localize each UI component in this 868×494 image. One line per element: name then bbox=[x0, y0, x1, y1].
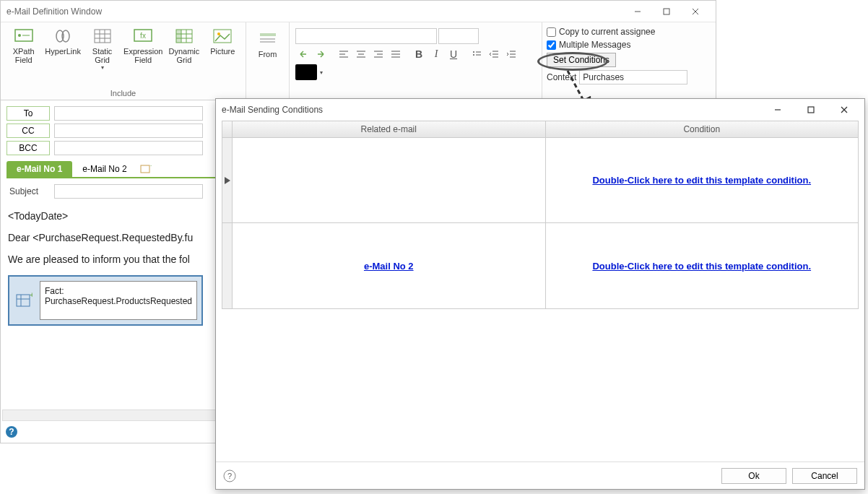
svg-text:?: ? bbox=[9, 427, 14, 437]
modal-maximize-button[interactable] bbox=[797, 100, 825, 120]
bcc-input[interactable] bbox=[54, 141, 203, 155]
sending-conditions-dialog: e-Mail Sending Conditions Related e-mail… bbox=[215, 98, 865, 490]
grid-header: Related e-mail Condition bbox=[222, 121, 859, 138]
tab-email-1[interactable]: e-Mail No 1 bbox=[6, 161, 72, 177]
window-title: e-Mail Definition Window bbox=[6, 6, 623, 17]
from-button[interactable]: From bbox=[251, 28, 285, 60]
dynamic-grid-button[interactable]: Dynamic Grid bbox=[165, 25, 202, 86]
align-right-button[interactable] bbox=[370, 46, 386, 62]
cell-related-1[interactable] bbox=[233, 138, 546, 222]
redo-button[interactable] bbox=[313, 46, 329, 62]
outdent-button[interactable] bbox=[486, 46, 502, 62]
modal-close-button[interactable] bbox=[830, 100, 859, 120]
expression-label: Expression Field bbox=[123, 47, 162, 64]
help-icon[interactable]: ? bbox=[5, 425, 18, 438]
expression-field-button[interactable]: fx Expression Field bbox=[122, 25, 164, 86]
static-grid-label: Static Grid bbox=[85, 47, 119, 64]
subject-label: Subject bbox=[6, 186, 50, 196]
context-select[interactable]: Purchases bbox=[579, 70, 687, 84]
align-justify-button[interactable] bbox=[388, 46, 404, 62]
modal-minimize-button[interactable] bbox=[763, 100, 792, 120]
cc-button[interactable]: CC bbox=[6, 124, 50, 138]
ribbon-group-options: Copy to current assignee Multiple Messag… bbox=[542, 22, 716, 100]
font-size-select[interactable] bbox=[438, 28, 479, 44]
static-grid-button[interactable]: Static Grid ▾ bbox=[84, 25, 121, 86]
bcc-button[interactable]: BCC bbox=[6, 141, 50, 155]
from-icon bbox=[256, 30, 279, 48]
modal-footer: ? Ok Cancel bbox=[216, 462, 864, 489]
svg-point-5 bbox=[18, 34, 21, 37]
undo-button[interactable] bbox=[295, 46, 311, 62]
grid-row-2[interactable]: e-Mail No 2 Double-Click here to edit th… bbox=[222, 223, 858, 308]
svg-point-41 bbox=[473, 54, 474, 56]
italic-button[interactable]: I bbox=[428, 46, 444, 62]
xpath-field-button[interactable]: XPath Field bbox=[5, 25, 42, 86]
hyperlink-button[interactable]: HyperLink bbox=[43, 25, 82, 86]
hyperlink-icon bbox=[51, 27, 74, 46]
fact-box[interactable]: + Fact: PurchaseRequest.ProductsRequeste… bbox=[8, 275, 203, 326]
picture-button[interactable]: Picture bbox=[204, 25, 241, 86]
svg-text:+: + bbox=[30, 292, 32, 299]
ok-button[interactable]: Ok bbox=[721, 468, 786, 484]
svg-point-39 bbox=[473, 51, 474, 53]
fact-icon: + bbox=[14, 281, 34, 320]
cc-input[interactable] bbox=[54, 124, 203, 138]
grid-icon bbox=[91, 27, 114, 46]
modal-titlebar: e-Mail Sending Conditions bbox=[216, 99, 864, 121]
header-condition[interactable]: Condition bbox=[546, 121, 859, 137]
copy-assignee-checkbox[interactable] bbox=[547, 27, 556, 37]
dynamic-grid-icon bbox=[173, 27, 196, 46]
cell-condition-1[interactable]: Double-Click here to edit this template … bbox=[546, 138, 859, 222]
ribbon-group-format: B I U ▾ bbox=[290, 22, 542, 100]
subject-input[interactable] bbox=[54, 184, 203, 199]
condition-link-2[interactable]: Double-Click here to edit this template … bbox=[592, 261, 811, 272]
ribbon-group-from: From bbox=[246, 22, 290, 100]
svg-text:fx: fx bbox=[140, 32, 146, 40]
indent-button[interactable] bbox=[503, 46, 519, 62]
minimize-button[interactable] bbox=[623, 1, 652, 22]
bold-button[interactable]: B bbox=[411, 46, 427, 62]
hyperlink-label: HyperLink bbox=[45, 47, 81, 56]
to-input[interactable] bbox=[54, 106, 203, 121]
svg-rect-9 bbox=[95, 30, 110, 43]
include-group-label: Include bbox=[1, 89, 246, 100]
maximize-button[interactable] bbox=[652, 1, 681, 22]
xpath-icon bbox=[12, 27, 35, 46]
close-button[interactable] bbox=[681, 1, 710, 22]
cell-related-2[interactable]: e-Mail No 2 bbox=[233, 223, 546, 308]
cancel-button[interactable]: Cancel bbox=[792, 468, 857, 484]
color-button[interactable] bbox=[295, 64, 317, 80]
row-selector-2[interactable] bbox=[222, 223, 233, 308]
svg-rect-1 bbox=[664, 9, 669, 14]
grid-body: Double-Click here to edit this template … bbox=[222, 138, 859, 309]
font-family-select[interactable] bbox=[295, 28, 437, 44]
condition-link-1[interactable]: Double-Click here to edit this template … bbox=[592, 175, 811, 186]
tab-email-2[interactable]: e-Mail No 2 bbox=[72, 161, 136, 177]
grid-row-1[interactable]: Double-Click here to edit this template … bbox=[222, 138, 858, 223]
ribbon: XPath Field HyperLink Static Grid ▾ fx E… bbox=[1, 22, 716, 100]
to-button[interactable]: To bbox=[6, 106, 50, 121]
svg-point-23 bbox=[217, 32, 220, 35]
svg-rect-51 bbox=[17, 295, 30, 306]
modal-help-icon[interactable]: ? bbox=[223, 469, 236, 482]
copy-assignee-label: Copy to current assignee bbox=[559, 27, 655, 37]
svg-text:?: ? bbox=[227, 472, 232, 480]
bullet-list-button[interactable] bbox=[469, 46, 485, 62]
align-left-button[interactable] bbox=[336, 46, 352, 62]
cell-condition-2[interactable]: Double-Click here to edit this template … bbox=[546, 223, 859, 308]
picture-label: Picture bbox=[210, 47, 235, 56]
align-center-button[interactable] bbox=[353, 46, 369, 62]
row-selector-1[interactable] bbox=[222, 138, 233, 222]
svg-text:+: + bbox=[150, 164, 152, 170]
tab-add-icon[interactable]: + bbox=[140, 164, 152, 174]
set-conditions-button[interactable]: Set Conditions bbox=[547, 53, 616, 67]
dynamic-grid-label: Dynamic Grid bbox=[167, 47, 201, 64]
underline-button[interactable]: U bbox=[446, 46, 461, 62]
fact-text: Fact: PurchaseRequest.ProductsRequested bbox=[40, 281, 197, 320]
expression-icon: fx bbox=[131, 27, 155, 46]
related-link-2[interactable]: e-Mail No 2 bbox=[364, 261, 414, 272]
picture-icon bbox=[211, 27, 234, 46]
header-related-email[interactable]: Related e-mail bbox=[233, 121, 546, 137]
multiple-messages-checkbox[interactable] bbox=[547, 40, 556, 50]
main-titlebar: e-Mail Definition Window bbox=[1, 1, 716, 22]
